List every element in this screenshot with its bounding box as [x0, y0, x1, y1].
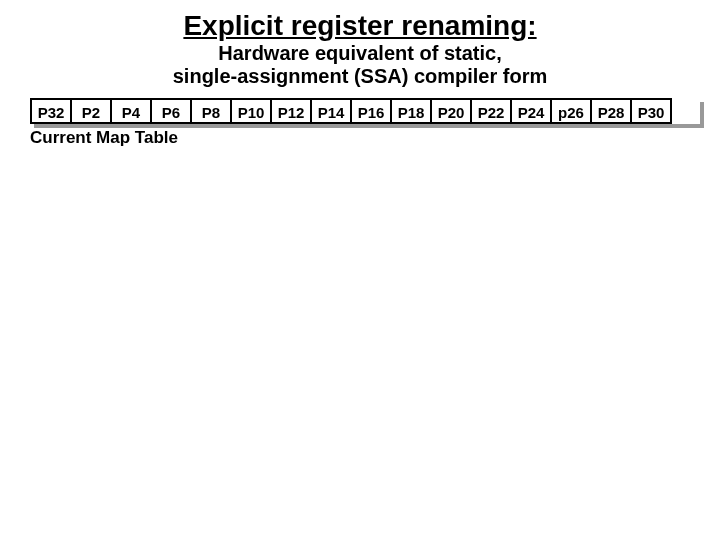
- map-table-cell: P10: [230, 98, 272, 124]
- map-table-cell: P28: [590, 98, 632, 124]
- map-table-cell: P16: [350, 98, 392, 124]
- map-table-cell: P18: [390, 98, 432, 124]
- map-table-cell: P6: [150, 98, 192, 124]
- map-table-cell: P2: [70, 98, 112, 124]
- map-table-row: P32P2P4P6P8P10P12P14P16P18P20P22P24p26P2…: [30, 98, 700, 124]
- map-table-label: Current Map Table: [30, 128, 700, 148]
- map-table-cell: P8: [190, 98, 232, 124]
- map-table-cell: P30: [630, 98, 672, 124]
- subtitle: Hardware equivalent of static, single-as…: [20, 42, 700, 88]
- map-table-cell: P22: [470, 98, 512, 124]
- subtitle-line-2: single-assignment (SSA) compiler form: [173, 65, 548, 87]
- page-title: Explicit register renaming:: [20, 10, 700, 42]
- map-table-cell: P24: [510, 98, 552, 124]
- map-table-cell: P14: [310, 98, 352, 124]
- map-table-cell: p26: [550, 98, 592, 124]
- map-table-cell: P32: [30, 98, 72, 124]
- map-table-cell: P4: [110, 98, 152, 124]
- map-table-cell: P12: [270, 98, 312, 124]
- map-table-cell: P20: [430, 98, 472, 124]
- subtitle-line-1: Hardware equivalent of static,: [218, 42, 501, 64]
